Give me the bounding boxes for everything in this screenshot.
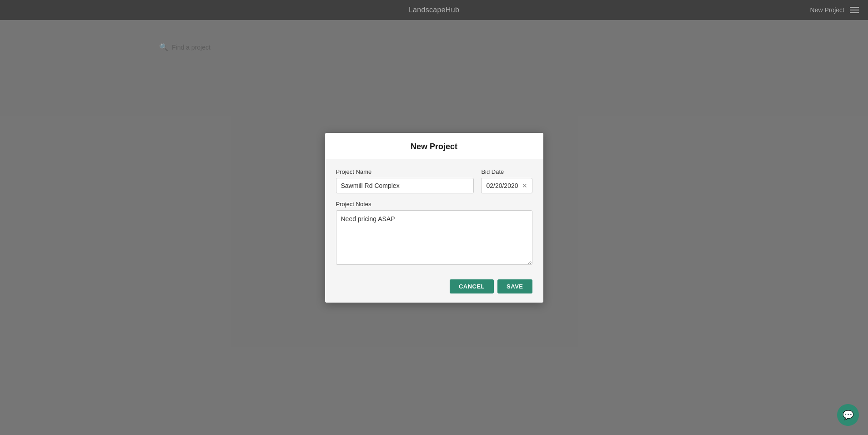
cancel-button[interactable]: CANCEL xyxy=(450,279,494,293)
bid-date-value: 02/20/2020 xyxy=(486,182,518,189)
modal-body: Project Name Bid Date 02/20/2020 ✕ Proje… xyxy=(325,159,543,274)
bid-date-label: Bid Date xyxy=(481,168,532,175)
modal-title: New Project xyxy=(336,142,532,152)
bid-date-input-wrapper[interactable]: 02/20/2020 ✕ xyxy=(481,178,532,193)
bid-date-clear-button[interactable]: ✕ xyxy=(522,182,527,189)
modal-footer: CANCEL SAVE xyxy=(325,274,543,303)
project-notes-label: Project Notes xyxy=(336,201,532,207)
modal-overlay: New Project Project Name Bid Date 02/20/… xyxy=(0,0,868,435)
new-project-modal: New Project Project Name Bid Date 02/20/… xyxy=(325,133,543,303)
chat-icon: 💬 xyxy=(843,410,854,420)
bid-date-group: Bid Date 02/20/2020 ✕ xyxy=(481,168,532,193)
save-button[interactable]: SAVE xyxy=(497,279,532,293)
modal-header: New Project xyxy=(325,133,543,159)
project-name-group: Project Name xyxy=(336,168,474,193)
project-notes-textarea[interactable]: Need pricing ASAP xyxy=(336,210,532,265)
project-name-label: Project Name xyxy=(336,168,474,175)
chat-button[interactable]: 💬 xyxy=(837,404,859,426)
project-name-input[interactable] xyxy=(336,178,474,193)
form-row-top: Project Name Bid Date 02/20/2020 ✕ xyxy=(336,168,532,193)
project-notes-group: Project Notes Need pricing ASAP xyxy=(336,201,532,265)
